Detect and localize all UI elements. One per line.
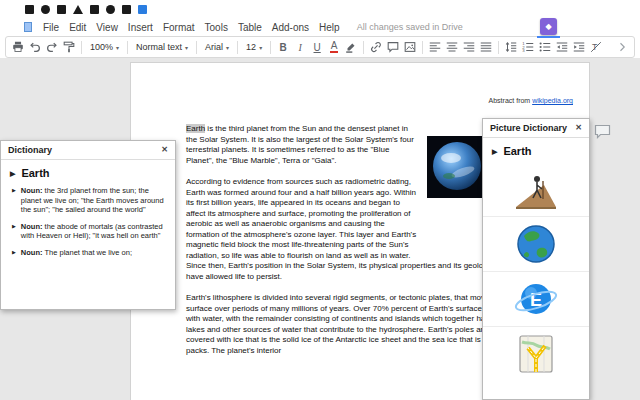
underline-button[interactable]: U (309, 38, 325, 56)
dictionary-word: Earth (21, 167, 49, 179)
font-value: Arial (205, 42, 223, 52)
bookmark-icon-2[interactable] (41, 5, 50, 14)
toolbar-more-icon[interactable] (614, 38, 630, 56)
zoom-value: 100% (90, 42, 113, 52)
increase-indent-button[interactable] (571, 38, 587, 56)
picture-cell[interactable] (483, 217, 589, 272)
docs-icon (24, 22, 32, 32)
bulleted-list-button[interactable] (537, 38, 553, 56)
undo-button[interactable] (27, 38, 43, 56)
font-select[interactable]: Arial▾ (201, 42, 233, 52)
menu-addons[interactable]: Add-ons (267, 22, 314, 33)
toolbar-separator (422, 41, 423, 54)
decrease-indent-button[interactable] (554, 38, 570, 56)
bookmark-icon-5[interactable] (90, 5, 99, 14)
extension-active-underline (537, 36, 560, 38)
earth-photo[interactable] (427, 136, 489, 198)
e-planet-image: E (514, 277, 558, 321)
paint-format-button[interactable] (61, 38, 77, 56)
text-color-button[interactable]: A (326, 38, 342, 56)
font-size-select[interactable]: 12▾ (242, 42, 266, 52)
align-justify-button[interactable] (478, 38, 494, 56)
align-left-button[interactable] (427, 38, 443, 56)
insert-link-button[interactable] (368, 38, 384, 56)
dictionary-entry: ▶ Noun: the 3rd planet from the sun; the… (1, 184, 175, 220)
toolbar-separator (363, 41, 364, 54)
align-right-button[interactable] (461, 38, 477, 56)
align-center-button[interactable] (444, 38, 460, 56)
triangle-bullet-icon[interactable]: ▶ (12, 188, 16, 215)
bold-button[interactable]: B (275, 38, 291, 56)
wikipedia-link[interactable]: wikipedia.org (532, 97, 573, 104)
abstract-line: Abstract from wikipedia.org (131, 97, 589, 104)
comment-indicator-icon[interactable] (594, 124, 611, 144)
browser-bookmarks-bar (0, 0, 640, 18)
toolbar-separator (498, 41, 499, 54)
print-button[interactable] (10, 38, 26, 56)
dictionary-word-row[interactable]: ▶ Earth (1, 160, 175, 184)
menu-table[interactable]: Table (233, 22, 267, 33)
dictionary-panel-header: Dictionary ✕ (1, 141, 175, 160)
picture-dictionary-panel: Picture Dictionary ✕ ▶ Earth (482, 118, 590, 400)
picture-cell[interactable] (483, 162, 589, 217)
italic-button[interactable]: I (292, 38, 308, 56)
globe-image (514, 222, 558, 266)
line-spacing-button[interactable] (503, 38, 519, 56)
font-size-value: 12 (246, 42, 256, 52)
dictionary-panel: Dictionary ✕ ▶ Earth ▶ Noun: the 3rd pla… (0, 140, 176, 310)
bookmark-icon-7[interactable] (122, 5, 131, 14)
menu-insert[interactable]: Insert (123, 22, 158, 33)
dictionary-panel-title: Dictionary (8, 145, 52, 155)
toolbar-separator (270, 41, 271, 54)
picture-dictionary-word-row[interactable]: ▶ Earth (483, 138, 589, 162)
chevron-down-icon: ▾ (116, 44, 119, 51)
insert-image-button[interactable] (402, 38, 418, 56)
menu-format[interactable]: Format (158, 22, 200, 33)
picture-dictionary-header: Picture Dictionary ✕ (483, 119, 589, 138)
toolbar-separator (237, 41, 238, 54)
picture-cell[interactable] (483, 327, 589, 381)
highlight-color-button[interactable] (343, 38, 359, 56)
menu-tools[interactable]: Tools (200, 22, 233, 33)
clear-formatting-button[interactable]: T (588, 38, 604, 56)
menu-help[interactable]: Help (314, 22, 345, 33)
paragraph-style-select[interactable]: Normal text▾ (132, 42, 192, 52)
paragraph-1-text: is the third planet from the Sun and the… (186, 124, 414, 165)
dictionary-entry-text: Noun: The planet that we live on; (21, 248, 132, 258)
text-color-glyph: A (330, 41, 339, 53)
triangle-bullet-icon[interactable]: ▶ (12, 250, 16, 258)
extension-icon[interactable]: ◆ (540, 18, 557, 35)
triangle-bullet-icon[interactable]: ▶ (12, 224, 16, 241)
chevron-down-icon: ▾ (226, 44, 229, 51)
numbered-list-button[interactable]: 123 (520, 38, 536, 56)
menu-view[interactable]: View (91, 22, 123, 33)
hiker-image (514, 167, 558, 211)
close-icon[interactable]: ✕ (161, 146, 168, 154)
highlighted-word[interactable]: Earth (186, 124, 205, 133)
bookmark-icon-1[interactable] (25, 5, 34, 14)
picture-cell[interactable]: E (483, 272, 589, 327)
bookmark-icon-3[interactable] (57, 5, 66, 14)
chevron-down-icon: ▾ (185, 44, 188, 51)
toolbar-separator (196, 41, 197, 54)
bookmark-icon-6[interactable] (106, 5, 115, 14)
dictionary-entry: ▶ Noun: the abode of mortals (as contras… (1, 220, 175, 246)
menu-edit[interactable]: Edit (64, 22, 91, 33)
dictionary-entry-text: Noun: the 3rd planet from the sun; the p… (21, 186, 167, 215)
picture-dictionary-title: Picture Dictionary (490, 123, 567, 133)
bookmark-icon-8[interactable] (138, 5, 147, 14)
redo-button[interactable] (44, 38, 60, 56)
picture-dictionary-word: Earth (503, 145, 531, 157)
expand-triangle-icon[interactable]: ▶ (10, 170, 15, 177)
dictionary-entry: ▶ Noun: The planet that we live on; (1, 246, 175, 263)
menu-file[interactable]: File (38, 22, 64, 33)
zoom-select[interactable]: 100%▾ (86, 42, 123, 52)
expand-triangle-icon[interactable]: ▶ (492, 148, 497, 155)
toolbar-separator (127, 41, 128, 54)
document-area: Abstract from wikipedia.org (0, 58, 640, 400)
insert-comment-button[interactable] (385, 38, 401, 56)
save-status: All changes saved in Drive (357, 22, 463, 32)
bookmark-icon-4[interactable] (73, 5, 83, 14)
close-icon[interactable]: ✕ (575, 124, 582, 132)
svg-text:3: 3 (522, 48, 525, 53)
